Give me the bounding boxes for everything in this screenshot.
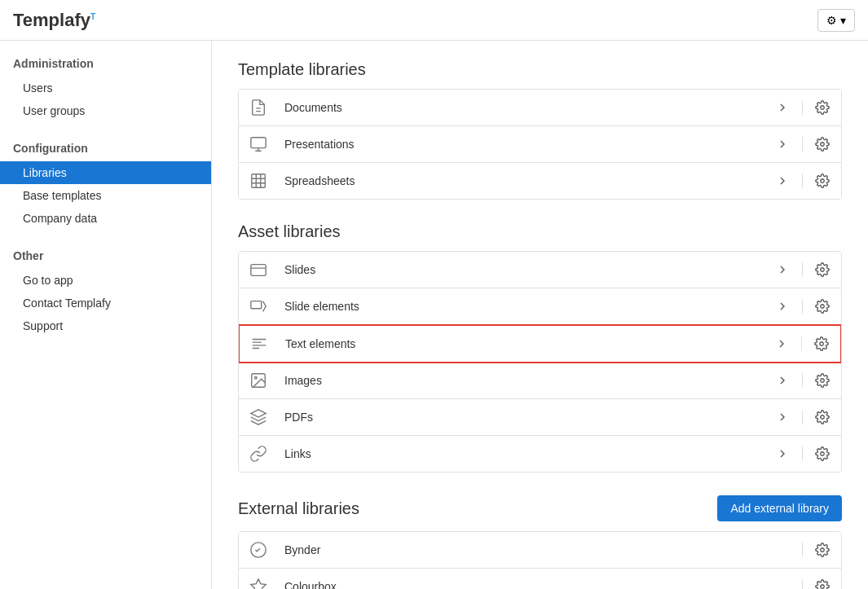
library-row-images[interactable]: Images [239, 363, 841, 399]
presentations-chevron-icon [763, 138, 802, 151]
sidebar-section-title-administration: Administration [0, 54, 211, 77]
svg-rect-15 [251, 301, 262, 309]
slide-elements-icon [239, 297, 278, 315]
sidebar-section-configuration: Configuration Libraries Base templates C… [0, 138, 211, 230]
sidebar-item-go-to-app[interactable]: Go to app [0, 269, 211, 292]
text-elements-label: Text elements [279, 326, 762, 362]
sidebar-item-company-data[interactable]: Company data [0, 207, 211, 230]
library-row-slides[interactable]: Slides [239, 252, 841, 288]
colourbox-gear-icon[interactable] [802, 579, 841, 589]
documents-label: Documents [278, 90, 763, 125]
bynder-icon [239, 541, 278, 559]
text-elements-gear-icon[interactable] [801, 336, 840, 351]
settings-button[interactable]: ⚙ ▾ [817, 9, 855, 32]
library-row-links[interactable]: Links [239, 436, 841, 472]
svg-point-23 [254, 376, 257, 379]
presentation-icon [239, 135, 278, 153]
sidebar-item-contact-templafy[interactable]: Contact Templafy [0, 292, 211, 314]
external-libraries-header: External libraries Add external library [238, 495, 842, 521]
add-external-library-button[interactable]: Add external library [717, 495, 842, 521]
pdfs-gear-icon[interactable] [802, 410, 841, 424]
spreadsheet-icon [239, 172, 278, 190]
svg-point-12 [820, 179, 824, 183]
app-header: TemplafyT ⚙ ▾ [0, 0, 868, 41]
external-libraries-list: Bynder Colourbox [238, 531, 842, 589]
svg-rect-7 [252, 174, 266, 188]
app-layout: Administration Users User groups Configu… [0, 41, 868, 589]
sidebar-section-title-configuration: Configuration [0, 138, 211, 161]
svg-rect-3 [251, 138, 266, 148]
colourbox-icon [239, 578, 278, 589]
text-elements-chevron-icon [762, 337, 801, 350]
svg-point-27 [820, 548, 824, 552]
svg-point-24 [820, 379, 824, 383]
sidebar-item-user-groups[interactable]: User groups [0, 99, 211, 122]
svg-marker-28 [251, 579, 266, 589]
sidebar-item-support[interactable]: Support [0, 314, 211, 337]
library-row-bynder[interactable]: Bynder [239, 532, 841, 569]
slide-elements-chevron-icon [763, 300, 802, 313]
bynder-label: Bynder [278, 532, 802, 568]
slides-label: Slides [278, 252, 763, 288]
svg-point-29 [820, 585, 824, 589]
images-label: Images [278, 363, 763, 398]
app-logo: TemplafyT [13, 10, 95, 31]
svg-point-14 [820, 268, 824, 272]
sidebar-item-libraries[interactable]: Libraries [0, 161, 211, 184]
pdfs-label: PDFs [278, 399, 763, 435]
documents-chevron-icon [763, 101, 802, 114]
svg-point-16 [820, 305, 824, 309]
library-row-text-elements[interactable]: Text elements [238, 324, 842, 363]
spreadsheets-chevron-icon [763, 174, 802, 187]
dropdown-arrow-icon: ▾ [840, 14, 846, 27]
links-gear-icon[interactable] [802, 446, 841, 461]
svg-point-26 [820, 452, 824, 456]
images-icon [239, 371, 278, 389]
sidebar-section-title-other: Other [0, 246, 211, 269]
pdfs-icon [239, 408, 278, 426]
pdfs-chevron-icon [763, 411, 802, 424]
slide-elements-gear-icon[interactable] [802, 299, 841, 314]
slide-elements-label: Slide elements [278, 288, 763, 324]
svg-rect-13 [251, 265, 266, 276]
svg-point-25 [820, 415, 824, 420]
slides-icon [239, 261, 278, 279]
svg-point-2 [820, 106, 824, 110]
text-elements-icon [240, 335, 279, 353]
bynder-gear-icon[interactable] [802, 543, 841, 557]
sidebar-item-base-templates[interactable]: Base templates [0, 184, 211, 207]
slides-gear-icon[interactable] [802, 262, 841, 277]
library-row-spreadsheets[interactable]: Spreadsheets [239, 163, 841, 199]
svg-point-6 [820, 143, 824, 147]
library-row-colourbox[interactable]: Colourbox [239, 569, 841, 589]
presentations-label: Presentations [278, 126, 763, 162]
asset-libraries-title: Asset libraries [238, 222, 842, 241]
spreadsheets-label: Spreadsheets [278, 163, 763, 199]
links-label: Links [278, 436, 763, 472]
svg-point-21 [819, 342, 823, 346]
sidebar-section-administration: Administration Users User groups [0, 54, 211, 122]
slides-chevron-icon [763, 263, 802, 276]
images-chevron-icon [763, 374, 802, 387]
links-chevron-icon [763, 447, 802, 460]
library-row-slide-elements[interactable]: Slide elements [239, 288, 841, 325]
gear-icon: ⚙ [826, 14, 837, 27]
colourbox-label: Colourbox [278, 569, 802, 589]
main-content: Template libraries Documents [212, 41, 868, 589]
documents-gear-icon[interactable] [802, 100, 841, 115]
document-icon [239, 99, 278, 116]
template-libraries-title: Template libraries [238, 60, 842, 79]
sidebar-item-users[interactable]: Users [0, 77, 211, 99]
links-icon [239, 445, 278, 463]
sidebar-section-other: Other Go to app Contact Templafy Support [0, 246, 211, 337]
template-libraries-list: Documents Presentations [238, 89, 842, 200]
external-libraries-title: External libraries [238, 499, 359, 518]
sidebar: Administration Users User groups Configu… [0, 41, 212, 589]
presentations-gear-icon[interactable] [802, 137, 841, 152]
asset-libraries-list: Slides Slide elements [238, 251, 842, 473]
library-row-pdfs[interactable]: PDFs [239, 399, 841, 436]
library-row-presentations[interactable]: Presentations [239, 126, 841, 163]
images-gear-icon[interactable] [802, 373, 841, 388]
library-row-documents[interactable]: Documents [239, 90, 841, 126]
spreadsheets-gear-icon[interactable] [802, 174, 841, 188]
